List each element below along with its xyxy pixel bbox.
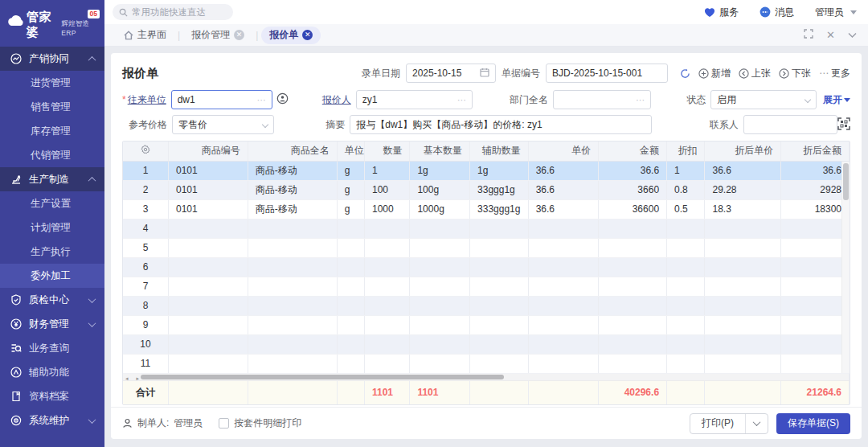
table-cell[interactable]: 1	[364, 161, 409, 180]
table-cell[interactable]	[667, 315, 705, 334]
table-cell[interactable]	[248, 354, 337, 373]
table-row[interactable]: 9	[123, 315, 850, 334]
row-number[interactable]: 4	[123, 219, 168, 238]
more-button[interactable]: ⋯ 更多	[819, 67, 850, 80]
table-cell[interactable]	[470, 257, 529, 277]
table-cell[interactable]	[781, 277, 850, 296]
table-cell[interactable]	[470, 219, 529, 238]
print-detail-checkbox[interactable]	[219, 418, 229, 429]
table-cell[interactable]	[470, 315, 529, 334]
docno-input[interactable]	[546, 64, 668, 83]
table-cell[interactable]	[337, 277, 364, 296]
table-cell[interactable]	[528, 334, 599, 354]
ellipsis-icon[interactable]: ⋯	[257, 95, 266, 105]
partner-label[interactable]: 往来单位	[128, 93, 166, 107]
table-cell[interactable]: 36600	[599, 199, 667, 219]
table-cell[interactable]	[337, 334, 364, 354]
close-page-icon[interactable]: ✕	[826, 29, 835, 41]
table-cell[interactable]	[410, 238, 470, 257]
scrollbar-thumb[interactable]	[141, 375, 504, 379]
sidebar-item-财务管理[interactable]: 财务管理	[0, 312, 104, 336]
table-cell[interactable]	[705, 277, 781, 296]
table-cell[interactable]	[364, 277, 409, 296]
maximize-icon[interactable]	[804, 29, 813, 41]
table-cell[interactable]	[337, 219, 364, 238]
table-cell[interactable]	[248, 315, 337, 334]
row-number[interactable]: 7	[123, 277, 168, 296]
table-cell[interactable]	[168, 238, 248, 257]
table-cell[interactable]: 18.3	[705, 199, 781, 219]
quick-search-input[interactable]	[132, 7, 220, 17]
row-number[interactable]: 10	[123, 334, 168, 354]
calendar-icon[interactable]	[480, 68, 489, 79]
table-row[interactable]: 10101商品-移动g11g1g36.636.6136.636.6	[123, 161, 850, 180]
table-row[interactable]: 5	[123, 238, 850, 257]
message-menu[interactable]: 消息	[760, 6, 794, 19]
table-cell[interactable]: g	[337, 199, 364, 219]
table-cell[interactable]: 36.6	[781, 161, 850, 180]
table-cell[interactable]	[667, 296, 705, 315]
table-cell[interactable]: 36.6	[599, 161, 667, 180]
table-cell[interactable]	[781, 296, 850, 315]
table-cell[interactable]	[528, 257, 599, 277]
table-cell[interactable]	[168, 334, 248, 354]
sidebar-item-进货管理[interactable]: 进货管理	[0, 71, 104, 95]
sidebar-item-质检中心[interactable]: 质检中心	[0, 288, 104, 312]
table-cell[interactable]: 0.5	[667, 199, 705, 219]
table-cell[interactable]	[410, 315, 470, 334]
table-cell[interactable]	[705, 219, 781, 238]
table-cell[interactable]: 1000g	[410, 199, 470, 219]
refresh-button[interactable]	[680, 68, 690, 79]
table-row[interactable]: 20101商品-移动g100100g33ggg1g36.636600.829.2…	[123, 180, 850, 199]
table-cell[interactable]: 100	[364, 180, 409, 199]
qr-scan-icon[interactable]	[837, 117, 850, 133]
table-cell[interactable]	[470, 238, 529, 257]
row-number[interactable]: 1	[123, 161, 168, 180]
horizontal-scrollbar[interactable]: ◂ ▸	[123, 373, 850, 380]
contact-input[interactable]	[743, 115, 837, 134]
table-cell[interactable]: 36.6	[528, 161, 599, 180]
sidebar-item-业务查询[interactable]: 业务查询	[0, 336, 104, 360]
table-cell[interactable]	[705, 238, 781, 257]
table-cell[interactable]	[599, 354, 667, 373]
table-cell[interactable]	[599, 277, 667, 296]
table-cell[interactable]	[705, 296, 781, 315]
row-number[interactable]: 2	[123, 180, 168, 199]
table-cell[interactable]: 1	[667, 161, 705, 180]
table-cell[interactable]	[599, 219, 667, 238]
table-cell[interactable]	[667, 238, 705, 257]
sidebar-item-生产执行[interactable]: 生产执行	[0, 240, 104, 264]
tab-quotation-management[interactable]: 报价管理 ✕	[183, 27, 252, 44]
table-cell[interactable]	[248, 238, 337, 257]
table-cell[interactable]	[667, 354, 705, 373]
table-cell[interactable]	[599, 257, 667, 277]
sidebar-item-资料档案[interactable]: 资料档案	[0, 384, 104, 408]
row-number[interactable]: 6	[123, 257, 168, 277]
table-cell[interactable]	[528, 315, 599, 334]
summary-input[interactable]	[350, 115, 651, 134]
table-cell[interactable]: 1000	[364, 199, 409, 219]
table-cell[interactable]: 2928	[781, 180, 850, 199]
vertical-scrollbar[interactable]	[841, 162, 850, 373]
table-cell[interactable]	[337, 296, 364, 315]
row-number[interactable]: 11	[123, 354, 168, 373]
table-cell[interactable]	[337, 315, 364, 334]
table-cell[interactable]	[528, 296, 599, 315]
table-cell[interactable]	[705, 315, 781, 334]
sidebar-item-生产制造[interactable]: 生产制造	[0, 167, 104, 191]
table-cell[interactable]	[470, 334, 529, 354]
table-cell[interactable]: g	[337, 180, 364, 199]
table-cell[interactable]	[667, 219, 705, 238]
next-button[interactable]: 下张	[779, 67, 811, 80]
table-cell[interactable]: 100g	[410, 180, 470, 199]
table-cell[interactable]	[781, 354, 850, 373]
table-cell[interactable]	[528, 238, 599, 257]
table-cell[interactable]	[781, 315, 850, 334]
sidebar-item-代销管理[interactable]: 代销管理	[0, 143, 104, 167]
table-cell[interactable]	[168, 315, 248, 334]
table-cell[interactable]	[410, 219, 470, 238]
table-cell[interactable]: 18300	[781, 199, 850, 219]
table-cell[interactable]: 1g	[410, 161, 470, 180]
table-cell[interactable]: 36.6	[528, 199, 599, 219]
sidebar-item-辅助功能[interactable]: 辅助功能	[0, 360, 104, 384]
